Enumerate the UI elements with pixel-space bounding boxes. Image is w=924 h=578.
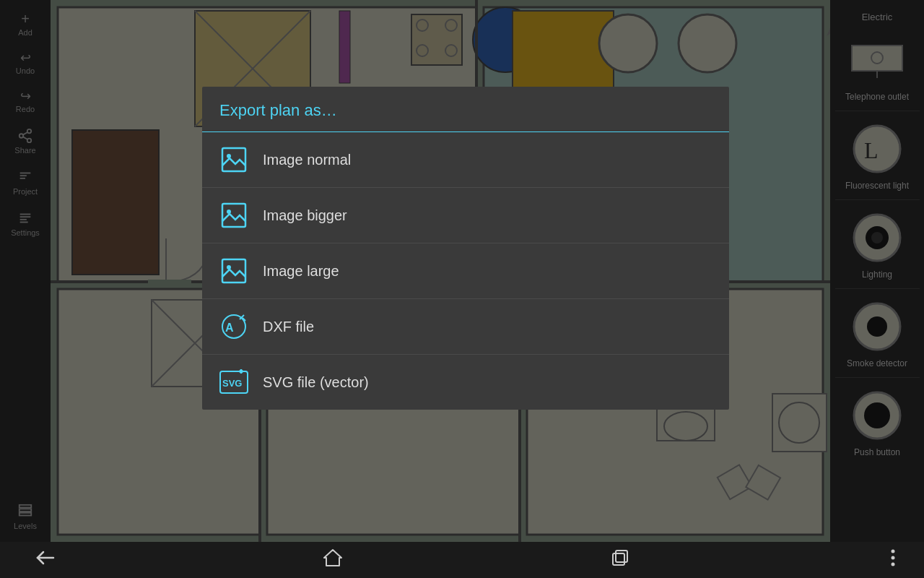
- svg-point-96: [891, 556, 894, 560]
- image-normal-icon: [219, 145, 248, 174]
- export-item-image-large[interactable]: Image large: [202, 243, 729, 299]
- svg-file-label: SVG file (vector): [263, 374, 369, 391]
- dxf-file-label: DXF file: [263, 319, 314, 335]
- svg-text:SVG: SVG: [222, 378, 242, 389]
- export-item-svg-file[interactable]: SVG SVG file (vector): [202, 355, 729, 410]
- svg-rect-93: [613, 553, 624, 565]
- menu-button[interactable]: [891, 548, 895, 571]
- home-button[interactable]: [317, 542, 349, 578]
- svg-text:A: A: [225, 322, 234, 334]
- svg-marker-92: [324, 550, 341, 566]
- svg-point-97: [891, 563, 894, 566]
- svg-rect-77: [222, 204, 245, 227]
- image-bigger-label: Image bigger: [263, 207, 347, 224]
- export-dialog: Export plan as… Image normal Image bigge…: [202, 87, 729, 410]
- export-item-image-bigger[interactable]: Image bigger: [202, 188, 729, 243]
- image-large-label: Image large: [263, 263, 339, 280]
- image-normal-label: Image normal: [263, 152, 351, 168]
- svg-file-icon: SVG: [219, 368, 248, 397]
- svg-rect-75: [222, 148, 245, 171]
- export-dialog-title: Export plan as…: [202, 87, 729, 132]
- svg-rect-79: [222, 259, 245, 282]
- svg-point-95: [891, 550, 894, 553]
- back-button[interactable]: [29, 543, 62, 577]
- bottom-bar: [0, 542, 924, 578]
- svg-point-78: [227, 210, 231, 214]
- svg-point-80: [227, 265, 231, 269]
- export-item-dxf-file[interactable]: A DXF file: [202, 299, 729, 355]
- image-large-icon: [219, 256, 248, 285]
- dxf-file-icon: A: [219, 312, 248, 341]
- svg-rect-94: [616, 551, 627, 562]
- image-bigger-icon: [219, 201, 248, 230]
- svg-point-76: [227, 154, 231, 158]
- export-item-image-normal[interactable]: Image normal: [202, 132, 729, 188]
- recents-button[interactable]: [604, 542, 636, 578]
